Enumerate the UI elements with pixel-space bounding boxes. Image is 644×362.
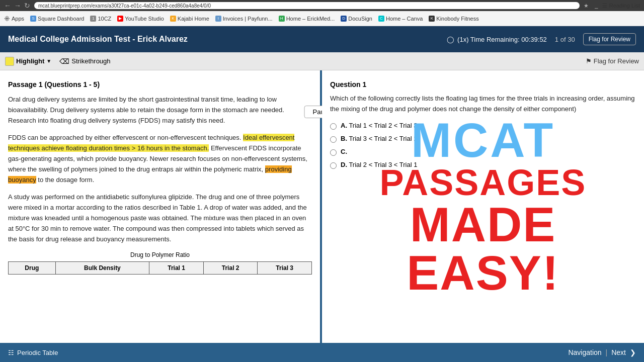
time-display: ◯ (1x) Time Remaining: 00:39:52 bbox=[447, 36, 547, 43]
url-bar[interactable]: mcat.blueprintprep.com/exams/a30f27ca-e0… bbox=[34, 2, 580, 9]
10cz-bookmark[interactable]: 1 10CZ bbox=[90, 16, 111, 22]
strikethrough-icon: ⌫ bbox=[59, 57, 69, 65]
strikethrough-label: Strikethrough bbox=[71, 57, 110, 65]
passage-paragraph-1: Oral drug delivery systems are limited b… bbox=[8, 95, 312, 126]
reading-list-icon: ☰ bbox=[602, 3, 607, 9]
highlight-dropdown-icon[interactable]: ▼ bbox=[46, 58, 51, 64]
flag-review-toolbar-button[interactable]: ⚑ Flag for Review bbox=[586, 57, 639, 65]
data-table: Drug Bulk Density Trial 1 Trial 2 Trial … bbox=[8, 261, 312, 275]
periodic-table-label: Periodic Table bbox=[17, 349, 58, 356]
periodic-table-button[interactable]: ☷ Periodic Table bbox=[8, 349, 58, 356]
home-erick-bookmark[interactable]: H Home – ErickMed... bbox=[279, 16, 335, 22]
toolbar: Highlight ▼ ⌫ Strikethrough Pause ⚑ Flag… bbox=[0, 52, 644, 70]
navigation-label[interactable]: Navigation bbox=[568, 348, 601, 356]
radio-b[interactable] bbox=[330, 136, 337, 143]
docusign-bookmark[interactable]: D DocuSign bbox=[341, 16, 372, 22]
browser-chrome: ← → ↻ mcat.blueprintprep.com/exams/a30f2… bbox=[0, 0, 644, 11]
answer-option-a[interactable]: A. Trial 1 < Trial 2 < Trial 3 bbox=[330, 122, 636, 130]
next-arrow-icon: ❯ bbox=[630, 348, 636, 356]
table-section: Drug to Polymer Ratio Drug Bulk Density … bbox=[8, 251, 312, 275]
bookmark-star[interactable]: ★ bbox=[584, 3, 589, 9]
question-text: Which of the following correctly lists t… bbox=[330, 94, 636, 115]
home-erick-icon: H bbox=[279, 16, 285, 22]
kinobody-icon: K bbox=[429, 16, 435, 22]
answer-label-a: A. Trial 1 < Trial 2 < Trial 3 bbox=[341, 122, 417, 129]
highlighted-text-2: providing buoyancy bbox=[8, 165, 292, 184]
answer-label-c: C. bbox=[341, 148, 347, 155]
col-trial3: Trial 3 bbox=[258, 262, 312, 275]
radio-a[interactable] bbox=[330, 123, 337, 130]
apps-bookmark[interactable]: ⁜ Apps bbox=[4, 15, 24, 23]
passages-text: PASSAGES bbox=[380, 164, 587, 201]
separator: | bbox=[606, 348, 608, 356]
youtube-bookmark[interactable]: ▶ YouTube Studio bbox=[117, 16, 164, 22]
radio-c[interactable] bbox=[330, 149, 337, 156]
passage-paragraph-3: A study was performed on the antidiabeti… bbox=[8, 192, 312, 244]
passage-paragraph-2: FDDS can be approached by either efferve… bbox=[8, 133, 312, 185]
question-title: Question 1 bbox=[330, 80, 636, 88]
answer-label-d: D. Trial 2 < Trial 3 < Trial 1 bbox=[341, 161, 417, 168]
question-counter: 1 of 30 bbox=[555, 36, 575, 43]
table-label: Drug to Polymer Ratio bbox=[8, 251, 312, 258]
flag-icon: ⚑ bbox=[586, 57, 592, 65]
next-label[interactable]: Next bbox=[611, 348, 626, 356]
canva-bookmark[interactable]: C Home – Canva bbox=[378, 16, 423, 22]
bookmarks-bar: ⁜ Apps S Square Dashboard 1 10CZ ▶ YouTu… bbox=[0, 11, 644, 26]
app-header: Medical College Admission Test - Erick A… bbox=[0, 26, 644, 52]
canva-icon: C bbox=[378, 16, 384, 22]
question-panel: Question 1 Which of the following correc… bbox=[322, 70, 644, 343]
main-content: Passage 1 (Questions 1 - 5) Oral drug de… bbox=[0, 70, 644, 343]
nav-next-area[interactable]: Navigation | Next ❯ bbox=[568, 348, 636, 356]
col-trial1: Trial 1 bbox=[149, 262, 204, 275]
passage-panel: Passage 1 (Questions 1 - 5) Oral drug de… bbox=[0, 70, 322, 343]
square-dashboard-icon: S bbox=[30, 16, 36, 22]
radio-d[interactable] bbox=[330, 162, 337, 169]
made-text: MADE bbox=[410, 201, 556, 249]
highlighted-text-1: Ideal effervescent techniques achieve fl… bbox=[8, 134, 294, 152]
strikethrough-button[interactable]: ⌫ Strikethrough bbox=[59, 57, 110, 65]
col-drug: Drug bbox=[9, 262, 56, 275]
periodic-table-icon: ☷ bbox=[8, 349, 14, 356]
highlight-label: Highlight bbox=[16, 57, 44, 65]
col-trial2: Trial 2 bbox=[203, 262, 258, 275]
flag-review-label: Flag for Review bbox=[594, 57, 639, 65]
flag-for-review-button[interactable]: Flag for Review bbox=[583, 33, 636, 45]
kajabi-bookmark[interactable]: K Kajabi Home bbox=[170, 16, 209, 22]
header-right: ◯ (1x) Time Remaining: 00:39:52 1 of 30 … bbox=[447, 33, 636, 45]
apps-grid-icon: ⁜ bbox=[4, 15, 10, 23]
passage-text: Oral drug delivery systems are limited b… bbox=[8, 95, 312, 244]
square-dashboard-bookmark[interactable]: S Square Dashboard bbox=[30, 16, 84, 22]
kajabi-icon: K bbox=[170, 16, 176, 22]
passage-title: Passage 1 (Questions 1 - 5) bbox=[8, 80, 312, 88]
highlight-color-swatch bbox=[5, 57, 14, 66]
answer-label-b: B. Trial 3 < Trial 2 < Trial 1 bbox=[341, 135, 417, 142]
nav-controls[interactable]: ← → ↻ bbox=[4, 2, 30, 10]
forward-btn[interactable]: → bbox=[14, 2, 21, 10]
easy-text: EASY! bbox=[407, 249, 559, 297]
youtube-icon: ▶ bbox=[117, 16, 123, 22]
invoices-icon: I bbox=[215, 16, 221, 22]
answer-option-b[interactable]: B. Trial 3 < Trial 2 < Trial 1 bbox=[330, 135, 636, 143]
10cz-icon: 1 bbox=[90, 16, 96, 22]
invoices-bookmark[interactable]: I Invoices | Payfunn... bbox=[215, 16, 273, 22]
highlight-button[interactable]: Highlight ▼ bbox=[5, 57, 51, 66]
time-remaining: (1x) Time Remaining: 00:39:52 bbox=[457, 36, 547, 43]
col-bulk-density: Bulk Density bbox=[55, 262, 149, 275]
answer-option-c[interactable]: C. bbox=[330, 148, 636, 156]
back-btn[interactable]: ← bbox=[4, 2, 11, 10]
docusign-icon: D bbox=[341, 16, 347, 22]
page-title: Medical College Admission Test - Erick A… bbox=[8, 35, 188, 44]
reading-list-button[interactable]: ☰ Reading List bbox=[602, 3, 640, 9]
clock-icon: ◯ bbox=[447, 36, 454, 43]
kinobody-bookmark[interactable]: K Kinobody Fitness bbox=[429, 16, 478, 22]
refresh-btn[interactable]: ↻ bbox=[24, 2, 30, 10]
answer-option-d[interactable]: D. Trial 2 < Trial 3 < Trial 1 bbox=[330, 161, 636, 169]
bottom-bar: ☷ Periodic Table Navigation | Next ❯ bbox=[0, 343, 644, 362]
extensions-icon[interactable]: ⎯ bbox=[595, 3, 598, 9]
